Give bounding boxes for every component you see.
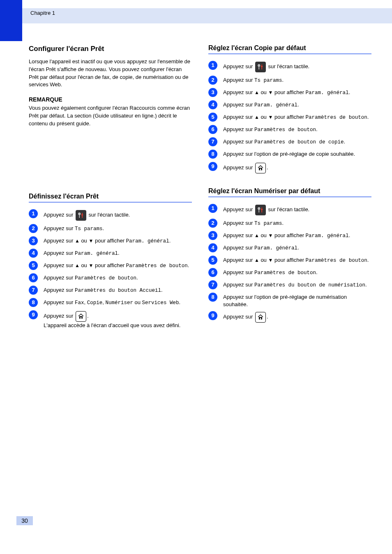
step-number-badge: 7: [208, 137, 217, 146]
step-item: 8Appuyez sur Fax, Copie, Numériser ou Se…: [29, 298, 192, 307]
step-number-badge: 4: [29, 249, 38, 258]
svg-rect-12: [258, 208, 259, 212]
menu-term: Param. général: [75, 251, 118, 256]
step-number-badge: 3: [29, 236, 38, 245]
step-item: 3Appuyez sur ▲ ou ▼ pour afficher Param.…: [208, 231, 371, 240]
step-item: 2Appuyez sur Ts params.: [29, 224, 192, 233]
sub-heading: Définissez l'écran Prêt: [29, 193, 192, 200]
chapter-color-block: [0, 0, 22, 41]
step-number-badge: 5: [29, 261, 38, 270]
step-text: Appuyez sur Ts params.: [223, 76, 371, 84]
step-text: Appuyez sur Param. général.: [223, 100, 371, 109]
svg-rect-0: [79, 213, 80, 218]
menu-term: Paramètres de bouton de copie: [254, 139, 344, 145]
menu-term: Paramètres de bouton: [306, 258, 367, 263]
svg-rect-5: [81, 317, 82, 319]
step-item: 6Appuyez sur Paramètres de bouton.: [208, 268, 371, 277]
section-rule: [29, 202, 192, 203]
step-item: 8Appuyez sur l'option de pré-réglage de …: [208, 293, 371, 308]
step-item: 1Appuyez sur sur l'écran tactile.: [208, 204, 371, 215]
svg-rect-9: [261, 66, 263, 67]
step-item: 4Appuyez sur Param. général.: [29, 249, 192, 258]
up-down-triangle-icon: ▲ ou ▼: [75, 238, 93, 244]
menu-term: Paramètres de bouton: [306, 115, 367, 120]
section-rule: [208, 53, 371, 54]
step-text: Appuyez sur l'option de pré-réglage de c…: [223, 150, 371, 158]
step-number-badge: 8: [208, 293, 217, 302]
step-item: 9Appuyez sur .: [208, 311, 371, 323]
step-number-badge: 5: [208, 256, 217, 265]
step-item: 5Appuyez sur ▲ ou ▼ pour afficher Paramè…: [29, 261, 192, 270]
sub-heading: Réglez l'écran Numériser par défaut: [208, 187, 371, 195]
step-item: 5Appuyez sur ▲ ou ▼ pour afficher Paramè…: [208, 256, 371, 265]
menu-term: Paramètres de bouton: [254, 270, 316, 276]
svg-rect-3: [81, 215, 83, 215]
menu-term: Param. général: [306, 233, 349, 239]
step-number-badge: 1: [208, 204, 217, 213]
step-text: Appuyez sur Ts params.: [223, 219, 371, 227]
svg-rect-17: [260, 318, 261, 319]
page-number: 30: [16, 516, 33, 525]
step-number-badge: 1: [29, 209, 38, 218]
step-text: Appuyez sur sur l'écran tactile.: [223, 204, 371, 215]
step-number-badge: 6: [208, 125, 217, 134]
menu-term: Param. général: [306, 90, 349, 96]
up-down-triangle-icon: ▲ ou ▼: [254, 114, 273, 120]
section-reglez-numeriser: Réglez l'écran Numériser par défaut 1App…: [208, 187, 371, 323]
step-item: 3Appuyez sur ▲ ou ▼ pour afficher Param.…: [29, 236, 192, 245]
sub-heading: Réglez l'écran Copie par défaut: [208, 44, 371, 52]
step-text: Appuyez sur sur l'écran tactile.: [44, 209, 192, 221]
section-rule: [208, 196, 371, 197]
step-text: Appuyez sur ▲ ou ▼ pour afficher Paramèt…: [223, 113, 371, 121]
step-item: 4Appuyez sur Param. général.: [208, 243, 371, 252]
step-item: 4Appuyez sur Param. général.: [208, 100, 371, 109]
steps-list-rightB: 1Appuyez sur sur l'écran tactile.2Appuye…: [208, 204, 371, 323]
step-text: Appuyez sur l'option de pré-réglage de n…: [223, 293, 371, 308]
step-item: 5Appuyez sur ▲ ou ▼ pour afficher Paramè…: [208, 113, 371, 122]
menu-term: Numériser: [105, 300, 133, 306]
step-item: 9Appuyez sur .L'appareil accède à l'écra…: [29, 310, 192, 329]
step-text: Appuyez sur .L'appareil accède à l'écran…: [44, 310, 192, 329]
svg-rect-15: [261, 209, 263, 210]
menu-term: Ts params: [254, 78, 282, 83]
menu-term: Fax: [75, 300, 84, 306]
menu-term: Paramètres du bouton de numérisation: [254, 282, 365, 288]
svg-rect-6: [258, 65, 259, 69]
section-reglez-copie: Réglez l'écran Copie par défaut 1Appuyez…: [208, 44, 371, 173]
up-down-triangle-icon: ▲ ou ▼: [254, 89, 273, 95]
step-text: Appuyez sur Paramètres du bouton de numé…: [223, 280, 371, 289]
step-text: Appuyez sur Ts params.: [44, 224, 192, 233]
steps-list-left: 1Appuyez sur sur l'écran tactile.2Appuye…: [29, 209, 192, 329]
menu-term: Param. général: [254, 102, 297, 108]
step-number-badge: 6: [208, 268, 217, 277]
up-down-triangle-icon: ▲ ou ▼: [75, 262, 93, 268]
step-text: Appuyez sur .: [223, 162, 371, 173]
step-text: Appuyez sur ▲ ou ▼ pour afficher Param. …: [223, 231, 371, 240]
step-number-badge: 3: [208, 88, 217, 97]
step-text: Appuyez sur Paramètres du bouton Accueil…: [44, 286, 192, 294]
step-item: 8Appuyez sur l'option de pré-réglage de …: [208, 150, 371, 159]
step-text: Appuyez sur ▲ ou ▼ pour afficher Param. …: [223, 88, 371, 97]
settings-icon: [76, 210, 86, 221]
menu-term: Paramètres de bouton: [254, 127, 316, 133]
top-header-bar: [0, 8, 392, 23]
step-number-badge: 8: [208, 150, 217, 159]
step-number-badge: 2: [29, 224, 38, 233]
left-column: Configurer l'écran Prêt Lorsque l'appare…: [29, 44, 192, 332]
step-text: Appuyez sur .: [223, 311, 371, 323]
menu-term: Param. général: [126, 238, 169, 244]
up-down-triangle-icon: ▲ ou ▼: [254, 257, 273, 263]
menu-term: Paramètres du bouton Accueil: [75, 288, 161, 293]
up-down-triangle-icon: ▲ ou ▼: [254, 232, 273, 238]
heading-configurer-ecran-pret: Configurer l'écran Prêt: [29, 44, 192, 54]
home-icon: [255, 163, 266, 173]
step-text: Appuyez sur Paramètres de bouton.: [223, 125, 371, 134]
step-text: Appuyez sur sur l'écran tactile.: [223, 61, 371, 72]
step-item: 6Appuyez sur Paramètres de bouton.: [208, 125, 371, 134]
step-text: Appuyez sur Paramètres de bouton de copi…: [223, 137, 371, 146]
step-number-badge: 2: [208, 219, 217, 228]
note-title: REMARQUE: [29, 96, 192, 103]
menu-term: Ts params: [254, 221, 282, 226]
note-block: REMARQUE Vous pouvez également configure…: [29, 96, 192, 128]
step-item: 6Appuyez sur Paramètres de bouton.: [29, 273, 192, 282]
